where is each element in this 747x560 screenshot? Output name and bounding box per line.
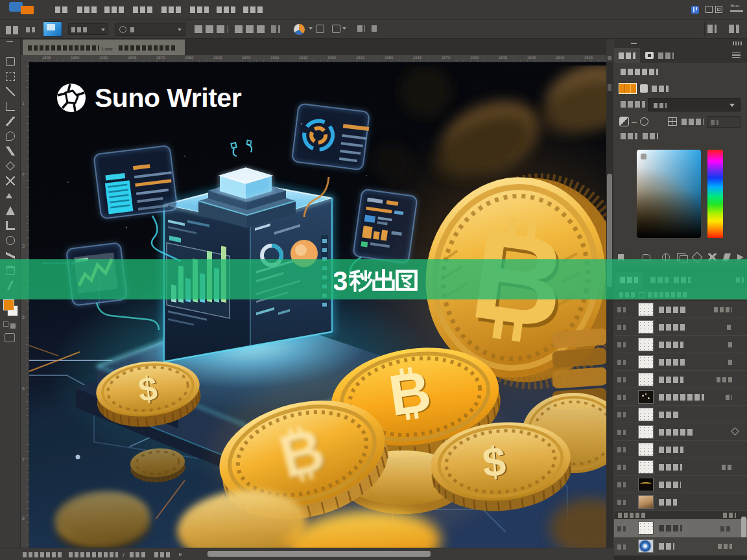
svg-text:Suno Writer: Suno Writer [95, 83, 242, 113]
svg-text:$: $ [480, 438, 508, 486]
svg-text:3: 3 [334, 269, 348, 294]
svg-text:$: $ [137, 369, 160, 409]
